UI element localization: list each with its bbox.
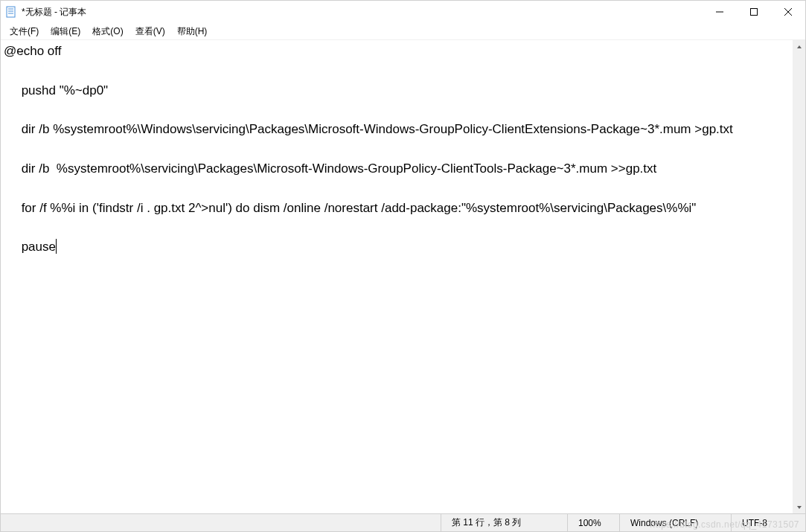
- close-button[interactable]: [771, 1, 805, 23]
- text-caret: [56, 239, 57, 254]
- menubar: 文件(F) 编辑(E) 格式(O) 查看(V) 帮助(H): [1, 23, 805, 39]
- scroll-up-arrow-icon[interactable]: [793, 40, 805, 53]
- svg-marker-8: [797, 45, 802, 48]
- window-title: *无标题 - 记事本: [22, 6, 86, 19]
- status-line-ending: Windows (CRLF): [619, 514, 731, 531]
- editor-content: @echo off pushd "%~dp0" dir /b %systemro…: [4, 44, 733, 254]
- status-cursor-position: 第 11 行，第 8 列: [441, 514, 567, 531]
- svg-rect-0: [7, 7, 15, 17]
- text-editor[interactable]: @echo off pushd "%~dp0" dir /b %systemro…: [1, 40, 793, 513]
- maximize-button[interactable]: [737, 1, 771, 23]
- menu-format[interactable]: 格式(O): [86, 24, 129, 39]
- vertical-scrollbar[interactable]: [793, 40, 805, 513]
- window-controls: [703, 1, 805, 23]
- menu-help[interactable]: 帮助(H): [171, 24, 214, 39]
- titlebar: *无标题 - 记事本: [1, 1, 805, 23]
- menu-view[interactable]: 查看(V): [129, 24, 171, 39]
- status-spacer: [1, 514, 441, 531]
- notepad-icon: [5, 6, 17, 18]
- scroll-down-arrow-icon[interactable]: [793, 501, 805, 513]
- menu-edit[interactable]: 编辑(E): [45, 24, 86, 39]
- svg-marker-9: [797, 506, 802, 509]
- menu-file[interactable]: 文件(F): [4, 24, 45, 39]
- statusbar: 第 11 行，第 8 列 100% Windows (CRLF) UTF-8 h…: [1, 513, 805, 531]
- editor-area: @echo off pushd "%~dp0" dir /b %systemro…: [1, 39, 805, 513]
- status-zoom: 100%: [567, 514, 619, 531]
- status-encoding: UTF-8: [731, 514, 805, 531]
- minimize-button[interactable]: [703, 1, 737, 23]
- svg-rect-5: [751, 9, 758, 16]
